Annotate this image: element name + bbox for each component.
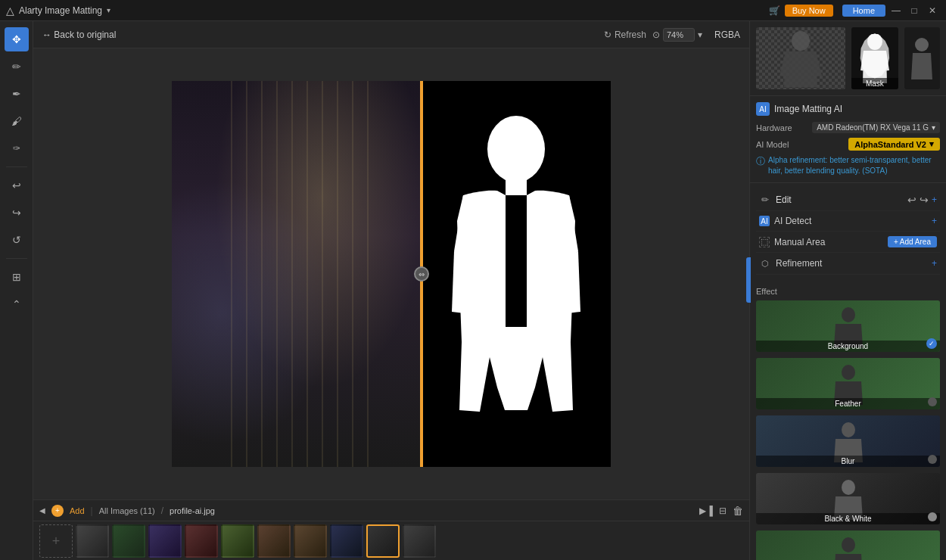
filmstrip-header: ◀ + Add | All Images (11) / profile-ai.j… xyxy=(33,500,749,521)
all-images-label: All Images (11) xyxy=(99,506,155,515)
background-effect-item[interactable]: Background ✓ xyxy=(756,300,940,352)
feather-effect-item[interactable]: Feather xyxy=(756,358,940,409)
split-handle[interactable]: ⇔ xyxy=(414,266,429,282)
left-toolbar: ✥ ✏ ✒ 🖌 ✑ ↩ ↪ ↺ ⊞ ⌃ xyxy=(0,21,33,560)
ai-header: AI Image Matting AI xyxy=(756,102,940,116)
model-dropdown-icon: ▾ xyxy=(929,139,934,149)
blur-effect-label: Blur xyxy=(756,456,940,467)
right-panel: Mask AI Image Matting AI Hardware xyxy=(749,21,946,560)
feather-effect-dot xyxy=(928,397,937,406)
edit-section: ✏ Edit ↩ ↪ + AI AI Detect + xyxy=(750,183,946,281)
ai-note: Alpha refinement: better semi-transparen… xyxy=(768,155,940,176)
minimize-button[interactable]: — xyxy=(888,3,904,18)
zoom-dropdown-icon[interactable]: ▾ xyxy=(698,30,702,40)
ai-detect-label: AI Detect xyxy=(774,216,811,226)
thumbnail-4[interactable] xyxy=(185,524,218,558)
topbar: ↔ Back to original ↻ Refresh ⊙ ▾ RGBA xyxy=(33,21,749,48)
ai-detect-row[interactable]: AI AI Detect + xyxy=(756,211,940,232)
titlebar-left: △ Alarty Image Matting ▾ xyxy=(6,5,110,17)
grid-tool-button[interactable]: ⊞ xyxy=(5,265,29,289)
refinement-row[interactable]: ⬡ Refinement + xyxy=(756,253,940,275)
redo-edit-icon[interactable]: ↪ xyxy=(920,194,929,206)
redo-button[interactable]: ↪ xyxy=(5,201,29,225)
buy-now-button[interactable]: Buy Now xyxy=(785,5,833,17)
model-selector[interactable]: AlphaStandard V2 ▾ xyxy=(848,138,940,151)
info-icon: ⓘ xyxy=(756,155,765,168)
manual-area-right: + Add Area xyxy=(888,236,937,247)
refinement-left: ⬡ Refinement xyxy=(759,257,822,269)
home-button[interactable]: Home xyxy=(842,5,885,17)
back-to-original-button[interactable]: ↔ Back to original xyxy=(42,30,116,40)
thumbnail-8[interactable] xyxy=(330,524,363,558)
svg-point-9 xyxy=(842,537,855,552)
svg-point-6 xyxy=(842,365,855,380)
maximize-button[interactable]: □ xyxy=(907,3,922,18)
topbar-right: ↻ Refresh ⊙ ▾ RGBA xyxy=(604,28,740,42)
hardware-selector[interactable]: AMD Radeon(TM) RX Vega 11 G ▾ xyxy=(812,122,940,133)
refresh-icon: ↻ xyxy=(604,30,611,40)
ai-icon: AI xyxy=(756,102,770,116)
bw-effect-item[interactable]: Black & White xyxy=(756,473,940,524)
original-preview-thumb[interactable] xyxy=(756,27,845,89)
move-tool-button[interactable]: ✥ xyxy=(5,27,29,51)
ai-detect-left: AI AI Detect xyxy=(759,216,811,226)
eraser-tool-button[interactable]: ✑ xyxy=(5,136,29,160)
undo-edit-icon[interactable]: ↩ xyxy=(907,194,916,206)
add-edit-icon[interactable]: + xyxy=(932,194,937,205)
collapse-toolbar-button[interactable]: ⌃ xyxy=(5,292,29,316)
ai-title: Image Matting AI xyxy=(774,104,842,114)
undo-button[interactable]: ↩ xyxy=(5,173,29,198)
thumbnail-5[interactable] xyxy=(221,524,254,558)
filmstrip-bar: ◀ + Add | All Images (11) / profile-ai.j… xyxy=(33,499,749,560)
split-view: ⇔ xyxy=(172,81,611,467)
filmstrip-view-icon: ⊟ xyxy=(719,506,727,516)
svg-point-2 xyxy=(792,31,810,51)
pen-tool-button[interactable]: ✒ xyxy=(5,82,29,106)
canvas-area[interactable]: ⇔ xyxy=(33,48,749,499)
blur-effect-item[interactable]: Blur xyxy=(756,415,940,467)
bw-effect-label: Black & White xyxy=(756,513,940,524)
rgba-label: RGBA xyxy=(714,30,740,40)
effect-preview-thumb[interactable] xyxy=(904,27,940,89)
thumbnail-9[interactable] xyxy=(366,524,400,558)
thumbnail-3[interactable] xyxy=(148,524,182,558)
refinement-label: Refinement xyxy=(776,258,822,269)
ai-detect-add-icon[interactable]: + xyxy=(932,216,937,226)
app-logo-icon: △ xyxy=(6,5,14,17)
ai-detect-right: + xyxy=(932,216,937,226)
mask-preview-thumb[interactable]: Mask xyxy=(851,27,898,89)
thumbnail-6[interactable] xyxy=(257,524,291,558)
pixelation-effect-item[interactable]: Pixelation xyxy=(756,530,940,560)
manual-area-row[interactable]: ⬚ Manual Area + Add Area xyxy=(756,232,940,253)
add-label: Add xyxy=(70,506,85,515)
add-badge: + xyxy=(51,505,64,517)
split-divider[interactable]: ⇔ xyxy=(420,81,423,467)
brush-tool-button[interactable]: ✏ xyxy=(5,54,29,79)
thumbnail-2[interactable] xyxy=(112,524,145,558)
zoom-input[interactable] xyxy=(663,28,695,42)
blur-effect-dot xyxy=(928,455,937,464)
svg-point-0 xyxy=(487,116,545,182)
feather-effect-label: Feather xyxy=(756,398,940,409)
add-area-plus-icon: + xyxy=(894,238,898,246)
filmstrip-toggle-button[interactable]: ◀ xyxy=(39,506,45,515)
preview-section: Mask xyxy=(750,21,946,96)
reset-button[interactable]: ↺ xyxy=(5,228,29,252)
refinement-right: + xyxy=(932,258,937,269)
close-button[interactable]: ✕ xyxy=(925,3,940,18)
effect-grid: Background ✓ Feather xyxy=(756,300,940,560)
edit-label: Edit xyxy=(776,194,792,205)
filmstrip-delete-icon[interactable]: 🗑 xyxy=(733,505,743,517)
breadcrumb-separator: / xyxy=(161,506,163,516)
thumbnail-1[interactable] xyxy=(76,524,109,558)
refresh-button[interactable]: ↻ Refresh xyxy=(604,30,646,40)
paint-tool-button[interactable]: 🖌 xyxy=(5,109,29,133)
refinement-add-icon[interactable]: + xyxy=(932,258,937,269)
add-area-button[interactable]: + Add Area xyxy=(888,236,937,247)
filmstrip-actions: ▶▐ ⊟ 🗑 xyxy=(699,505,743,517)
thumbnail-7[interactable] xyxy=(294,524,327,558)
svg-rect-1 xyxy=(506,177,527,195)
add-image-button[interactable]: + xyxy=(39,524,73,558)
manual-area-icon: ⬚ xyxy=(759,237,770,247)
thumbnail-10[interactable] xyxy=(403,524,436,558)
